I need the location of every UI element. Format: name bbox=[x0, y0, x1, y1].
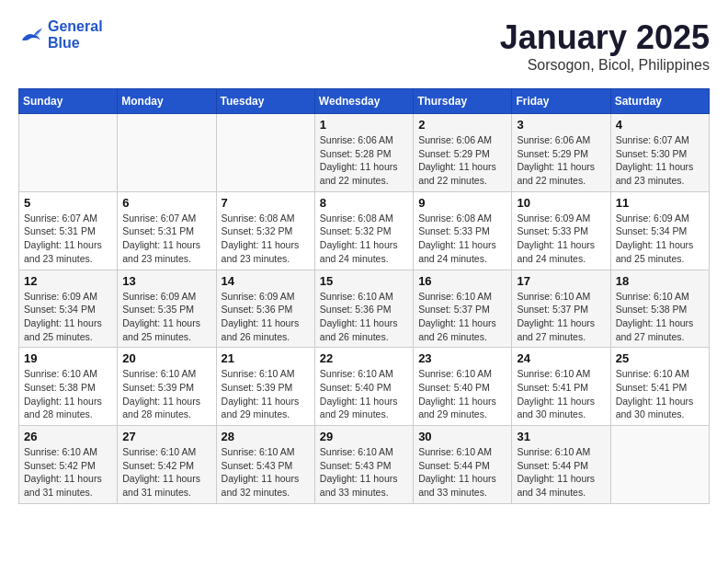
day-number: 9 bbox=[418, 196, 506, 210]
calendar-day-4: 4Sunrise: 6:07 AM Sunset: 5:30 PM Daylig… bbox=[610, 114, 709, 192]
calendar-day-1: 1Sunrise: 6:06 AM Sunset: 5:28 PM Daylig… bbox=[314, 114, 413, 192]
calendar-week-row: 26Sunrise: 6:10 AM Sunset: 5:42 PM Dayli… bbox=[19, 426, 710, 504]
calendar-day-11: 11Sunrise: 6:09 AM Sunset: 5:34 PM Dayli… bbox=[610, 191, 709, 270]
day-info: Sunrise: 6:06 AM Sunset: 5:29 PM Dayligh… bbox=[418, 133, 506, 188]
calendar-day-16: 16Sunrise: 6:10 AM Sunset: 5:37 PM Dayli… bbox=[414, 270, 512, 348]
day-number: 28 bbox=[222, 430, 310, 443]
day-number: 22 bbox=[320, 351, 408, 365]
calendar-empty-cell bbox=[19, 114, 118, 192]
day-info: Sunrise: 6:10 AM Sunset: 5:37 PM Dayligh… bbox=[418, 290, 506, 344]
day-info: Sunrise: 6:10 AM Sunset: 5:40 PM Dayligh… bbox=[320, 367, 408, 421]
calendar-empty-cell bbox=[118, 114, 216, 192]
day-info: Sunrise: 6:10 AM Sunset: 5:41 PM Dayligh… bbox=[517, 367, 605, 421]
day-info: Sunrise: 6:10 AM Sunset: 5:43 PM Dayligh… bbox=[222, 445, 310, 500]
calendar-day-15: 15Sunrise: 6:10 AM Sunset: 5:36 PM Dayli… bbox=[314, 270, 413, 348]
day-info: Sunrise: 6:10 AM Sunset: 5:39 PM Dayligh… bbox=[122, 367, 210, 421]
day-info: Sunrise: 6:09 AM Sunset: 5:36 PM Dayligh… bbox=[222, 290, 310, 344]
day-number: 13 bbox=[122, 274, 210, 288]
calendar-day-8: 8Sunrise: 6:08 AM Sunset: 5:32 PM Daylig… bbox=[314, 191, 413, 270]
calendar-empty-cell bbox=[216, 114, 314, 192]
day-number: 25 bbox=[616, 351, 704, 365]
day-number: 27 bbox=[122, 430, 210, 443]
month-title: January 2025 bbox=[500, 18, 710, 57]
day-info: Sunrise: 6:09 AM Sunset: 5:35 PM Dayligh… bbox=[122, 290, 210, 344]
day-info: Sunrise: 6:09 AM Sunset: 5:34 PM Dayligh… bbox=[24, 290, 112, 344]
day-number: 21 bbox=[222, 351, 310, 365]
day-info: Sunrise: 6:10 AM Sunset: 5:39 PM Dayligh… bbox=[222, 367, 310, 421]
calendar-day-27: 27Sunrise: 6:10 AM Sunset: 5:42 PM Dayli… bbox=[118, 426, 216, 504]
logo-bird-icon bbox=[18, 25, 44, 45]
day-number: 17 bbox=[517, 274, 605, 288]
calendar-day-3: 3Sunrise: 6:06 AM Sunset: 5:29 PM Daylig… bbox=[512, 114, 610, 192]
calendar-day-12: 12Sunrise: 6:09 AM Sunset: 5:34 PM Dayli… bbox=[19, 270, 118, 348]
location: Sorsogon, Bicol, Philippines bbox=[500, 57, 710, 74]
day-number: 2 bbox=[418, 118, 506, 132]
day-number: 29 bbox=[320, 430, 408, 443]
calendar-day-28: 28Sunrise: 6:10 AM Sunset: 5:43 PM Dayli… bbox=[216, 426, 314, 504]
day-number: 12 bbox=[24, 274, 112, 288]
weekday-header-wednesday: Wednesday bbox=[314, 89, 413, 114]
day-info: Sunrise: 6:10 AM Sunset: 5:36 PM Dayligh… bbox=[320, 290, 408, 344]
calendar-day-29: 29Sunrise: 6:10 AM Sunset: 5:43 PM Dayli… bbox=[314, 426, 413, 504]
day-info: Sunrise: 6:07 AM Sunset: 5:31 PM Dayligh… bbox=[24, 212, 112, 266]
calendar-week-row: 1Sunrise: 6:06 AM Sunset: 5:28 PM Daylig… bbox=[19, 114, 710, 192]
day-number: 30 bbox=[418, 430, 506, 443]
day-info: Sunrise: 6:10 AM Sunset: 5:42 PM Dayligh… bbox=[24, 445, 112, 500]
calendar-day-17: 17Sunrise: 6:10 AM Sunset: 5:37 PM Dayli… bbox=[512, 270, 610, 348]
day-info: Sunrise: 6:08 AM Sunset: 5:32 PM Dayligh… bbox=[222, 212, 310, 266]
day-number: 6 bbox=[122, 196, 210, 210]
calendar-week-row: 12Sunrise: 6:09 AM Sunset: 5:34 PM Dayli… bbox=[19, 270, 710, 348]
title-block: January 2025 Sorsogon, Bicol, Philippine… bbox=[500, 18, 710, 74]
calendar-day-23: 23Sunrise: 6:10 AM Sunset: 5:40 PM Dayli… bbox=[414, 348, 512, 426]
calendar-day-21: 21Sunrise: 6:10 AM Sunset: 5:39 PM Dayli… bbox=[216, 348, 314, 426]
weekday-header-monday: Monday bbox=[118, 89, 216, 114]
day-info: Sunrise: 6:09 AM Sunset: 5:34 PM Dayligh… bbox=[616, 212, 704, 266]
day-info: Sunrise: 6:10 AM Sunset: 5:43 PM Dayligh… bbox=[320, 445, 408, 500]
day-number: 7 bbox=[222, 196, 310, 210]
calendar-day-31: 31Sunrise: 6:10 AM Sunset: 5:44 PM Dayli… bbox=[512, 426, 610, 504]
day-number: 19 bbox=[24, 351, 112, 365]
day-info: Sunrise: 6:10 AM Sunset: 5:37 PM Dayligh… bbox=[517, 290, 605, 344]
calendar-day-9: 9Sunrise: 6:08 AM Sunset: 5:33 PM Daylig… bbox=[414, 191, 512, 270]
calendar-day-22: 22Sunrise: 6:10 AM Sunset: 5:40 PM Dayli… bbox=[314, 348, 413, 426]
calendar-week-row: 5Sunrise: 6:07 AM Sunset: 5:31 PM Daylig… bbox=[19, 191, 710, 270]
day-number: 11 bbox=[616, 196, 704, 210]
day-info: Sunrise: 6:10 AM Sunset: 5:44 PM Dayligh… bbox=[418, 445, 506, 500]
day-info: Sunrise: 6:10 AM Sunset: 5:44 PM Dayligh… bbox=[517, 445, 605, 500]
day-number: 3 bbox=[517, 118, 605, 132]
logo-text: General Blue bbox=[48, 18, 103, 52]
calendar-day-6: 6Sunrise: 6:07 AM Sunset: 5:31 PM Daylig… bbox=[118, 191, 216, 270]
day-number: 5 bbox=[24, 196, 112, 210]
day-info: Sunrise: 6:08 AM Sunset: 5:32 PM Dayligh… bbox=[320, 212, 408, 266]
calendar-day-14: 14Sunrise: 6:09 AM Sunset: 5:36 PM Dayli… bbox=[216, 270, 314, 348]
day-info: Sunrise: 6:07 AM Sunset: 5:31 PM Dayligh… bbox=[122, 212, 210, 266]
calendar-day-13: 13Sunrise: 6:09 AM Sunset: 5:35 PM Dayli… bbox=[118, 270, 216, 348]
page-header: General Blue January 2025 Sorsogon, Bico… bbox=[18, 18, 710, 74]
weekday-header-thursday: Thursday bbox=[414, 89, 512, 114]
day-number: 31 bbox=[517, 430, 605, 443]
day-number: 20 bbox=[122, 351, 210, 365]
calendar-empty-cell bbox=[610, 426, 709, 504]
weekday-header-row: SundayMondayTuesdayWednesdayThursdayFrid… bbox=[19, 89, 710, 114]
day-number: 16 bbox=[418, 274, 506, 288]
calendar-day-26: 26Sunrise: 6:10 AM Sunset: 5:42 PM Dayli… bbox=[19, 426, 118, 504]
calendar-table: SundayMondayTuesdayWednesdayThursdayFrid… bbox=[18, 88, 710, 504]
day-info: Sunrise: 6:08 AM Sunset: 5:33 PM Dayligh… bbox=[418, 212, 506, 266]
day-info: Sunrise: 6:10 AM Sunset: 5:40 PM Dayligh… bbox=[418, 367, 506, 421]
day-number: 8 bbox=[320, 196, 408, 210]
day-number: 15 bbox=[320, 274, 408, 288]
day-number: 23 bbox=[418, 351, 506, 365]
day-info: Sunrise: 6:10 AM Sunset: 5:38 PM Dayligh… bbox=[24, 367, 112, 421]
calendar-day-25: 25Sunrise: 6:10 AM Sunset: 5:41 PM Dayli… bbox=[610, 348, 709, 426]
day-info: Sunrise: 6:10 AM Sunset: 5:42 PM Dayligh… bbox=[122, 445, 210, 500]
day-number: 4 bbox=[616, 118, 704, 132]
calendar-day-20: 20Sunrise: 6:10 AM Sunset: 5:39 PM Dayli… bbox=[118, 348, 216, 426]
weekday-header-tuesday: Tuesday bbox=[216, 89, 314, 114]
calendar-day-7: 7Sunrise: 6:08 AM Sunset: 5:32 PM Daylig… bbox=[216, 191, 314, 270]
calendar-day-30: 30Sunrise: 6:10 AM Sunset: 5:44 PM Dayli… bbox=[414, 426, 512, 504]
day-info: Sunrise: 6:06 AM Sunset: 5:28 PM Dayligh… bbox=[320, 133, 408, 188]
calendar-day-18: 18Sunrise: 6:10 AM Sunset: 5:38 PM Dayli… bbox=[610, 270, 709, 348]
day-number: 14 bbox=[222, 274, 310, 288]
calendar-day-19: 19Sunrise: 6:10 AM Sunset: 5:38 PM Dayli… bbox=[19, 348, 118, 426]
day-number: 18 bbox=[616, 274, 704, 288]
